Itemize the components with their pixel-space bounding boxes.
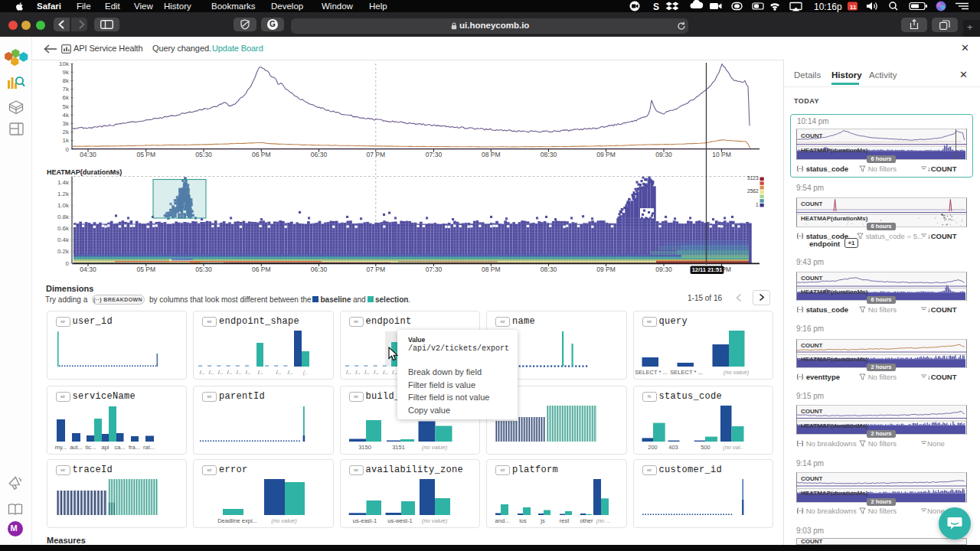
svg-text:04:30: 04:30 bbox=[80, 266, 96, 273]
svg-text:07:30: 07:30 bbox=[426, 266, 443, 273]
svg-text:3k: 3k bbox=[63, 120, 70, 127]
svg-text:S: S bbox=[653, 2, 659, 12]
svg-text:2562: 2562 bbox=[747, 188, 759, 194]
svg-text:1k: 1k bbox=[63, 137, 70, 144]
svg-text:07 PM: 07 PM bbox=[367, 266, 386, 273]
svg-text:1.4k: 1.4k bbox=[57, 179, 70, 186]
svg-text:8k: 8k bbox=[63, 77, 70, 84]
svg-text:1.2k: 1.2k bbox=[57, 191, 70, 197]
svg-text:11: 11 bbox=[850, 4, 857, 11]
svg-text:7k: 7k bbox=[63, 86, 70, 93]
svg-text:06:30: 06:30 bbox=[311, 266, 328, 273]
svg-text:05:30: 05:30 bbox=[195, 266, 212, 273]
svg-text:0.6k: 0.6k bbox=[57, 225, 70, 232]
svg-text:09:30: 09:30 bbox=[655, 266, 672, 273]
svg-text:5123: 5123 bbox=[747, 175, 759, 181]
svg-text:08 PM: 08 PM bbox=[482, 266, 501, 273]
svg-text:05 PM: 05 PM bbox=[136, 266, 155, 273]
svg-text:06 PM: 06 PM bbox=[252, 266, 271, 273]
svg-text:0.8k: 0.8k bbox=[57, 214, 70, 220]
svg-text:4k: 4k bbox=[63, 112, 70, 119]
svg-text:HEATMAP(durationMs): HEATMAP(durationMs) bbox=[47, 168, 122, 176]
svg-text:0: 0 bbox=[66, 260, 70, 267]
svg-text:08:30: 08:30 bbox=[541, 266, 557, 273]
svg-text:1.0k: 1.0k bbox=[57, 202, 70, 209]
svg-text:0: 0 bbox=[66, 146, 70, 153]
svg-text:2k: 2k bbox=[63, 129, 70, 135]
svg-text:0.2k: 0.2k bbox=[57, 248, 70, 255]
svg-text:12/11 21:51: 12/11 21:51 bbox=[692, 266, 723, 273]
svg-text:10:16p: 10:16p bbox=[814, 2, 842, 12]
svg-text:6k: 6k bbox=[63, 94, 70, 101]
svg-text:10k: 10k bbox=[59, 60, 70, 67]
svg-text:9k: 9k bbox=[63, 69, 70, 76]
svg-text:09 PM: 09 PM bbox=[596, 266, 616, 273]
svg-text:5k: 5k bbox=[63, 103, 70, 110]
svg-text:0.4k: 0.4k bbox=[57, 236, 70, 243]
svg-text:1: 1 bbox=[756, 202, 759, 207]
